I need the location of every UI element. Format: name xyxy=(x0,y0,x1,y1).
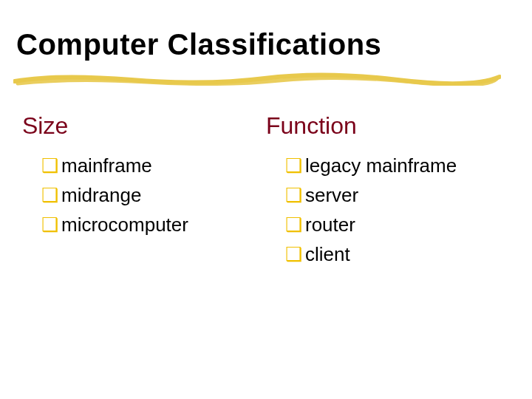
list-item: ❑ router xyxy=(266,212,510,237)
column-size: Size ❑ mainframe ❑ midrange ❑ microcompu… xyxy=(22,112,259,242)
heading-function: Function xyxy=(266,112,510,140)
item-label: router xyxy=(305,212,355,237)
list-item: ❑ legacy mainframe xyxy=(266,153,510,178)
list-item: ❑ server xyxy=(266,183,510,208)
bullet-icon: ❑ xyxy=(41,153,58,178)
bullet-icon: ❑ xyxy=(285,212,302,237)
list-item: ❑ microcomputer xyxy=(22,212,259,237)
bullet-icon: ❑ xyxy=(41,183,58,208)
bullet-icon: ❑ xyxy=(41,212,58,237)
item-label: midrange xyxy=(61,183,141,208)
item-label: microcomputer xyxy=(61,212,188,237)
heading-size: Size xyxy=(22,112,259,140)
list-item: ❑ client xyxy=(266,242,510,267)
slide-title: Computer Classifications xyxy=(16,28,381,61)
bullet-icon: ❑ xyxy=(285,153,302,178)
bullet-icon: ❑ xyxy=(285,242,302,267)
title-underline xyxy=(13,71,501,84)
list-item: ❑ mainframe xyxy=(22,153,259,178)
item-label: legacy mainframe xyxy=(305,153,457,178)
item-label: server xyxy=(305,183,358,208)
slide: Computer Classifications Size ❑ mainfram… xyxy=(0,0,532,399)
column-function: Function ❑ legacy mainframe ❑ server ❑ r… xyxy=(266,112,510,271)
item-label: client xyxy=(305,242,350,267)
list-item: ❑ midrange xyxy=(22,183,259,208)
item-label: mainframe xyxy=(61,153,152,178)
bullet-icon: ❑ xyxy=(285,183,302,208)
